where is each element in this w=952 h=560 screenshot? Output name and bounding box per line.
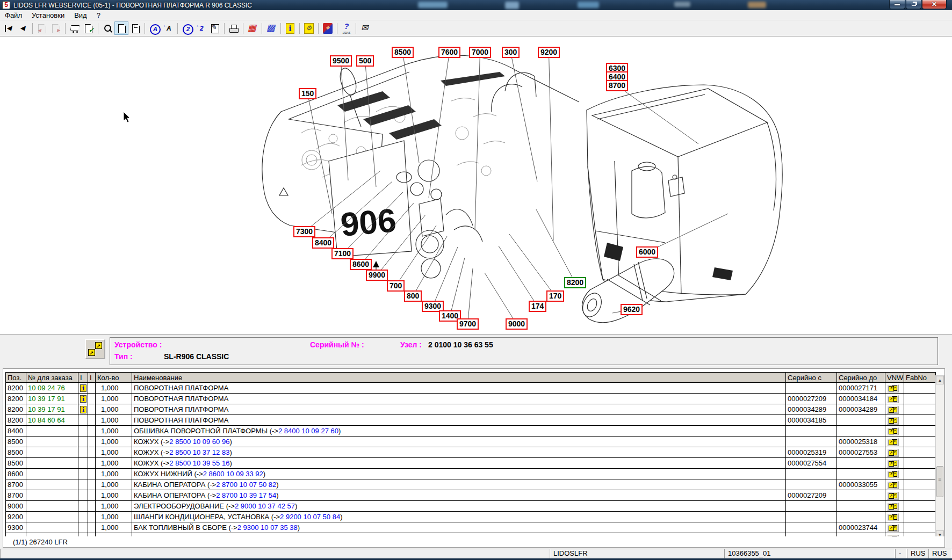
callout-700[interactable]: 700 [387,280,405,292]
vnw-cell[interactable] [885,533,904,537]
order-number-cell[interactable]: 10 84 60 64 [26,415,78,426]
scroll-down-button[interactable]: ▼ [936,530,944,536]
zoom-icon[interactable] [100,21,114,35]
vnw-button[interactable] [887,438,899,446]
vnw-cell[interactable] [885,522,904,533]
print-icon[interactable] [227,21,241,35]
table-row[interactable]: 84001,000ОБШИВКА ПОВОРОТНОЙ ПЛАТФОРМЫ (-… [6,426,936,437]
callout-8700[interactable]: 8700 [606,80,628,91]
link-jump-button[interactable]: ↗↗ [85,339,105,359]
circled-2-icon[interactable] [180,21,194,35]
two-undo-icon[interactable] [194,21,208,35]
vnw-cell[interactable] [885,501,904,512]
part-link[interactable]: 2 9200 10 07 50 84 [280,513,340,521]
part-link[interactable]: 2 8700 10 07 50 82 [216,481,276,489]
nav-first-icon[interactable] [2,21,16,35]
callout-170[interactable]: 170 [546,290,564,302]
nav-prev-icon[interactable] [16,21,30,35]
vnw-button[interactable] [887,449,899,457]
part-link[interactable]: 2 8500 10 39 55 16 [169,459,229,467]
tools-icon[interactable] [302,21,316,35]
doc-check-icon[interactable] [82,21,96,35]
vnw-button[interactable] [887,513,899,521]
callout-300[interactable]: 300 [502,47,520,58]
callout-7100[interactable]: 7100 [331,248,354,259]
callout-9700[interactable]: 9700 [457,318,479,330]
info-cell[interactable]: i [78,383,88,394]
partner-icon[interactable] [321,21,335,35]
callout-9200[interactable]: 9200 [538,47,560,58]
callout-6000[interactable]: 6000 [636,246,658,258]
vnw-button[interactable] [887,524,899,532]
part-link[interactable]: 2 8500 10 37 12 83 [169,448,229,456]
blue-grid-icon[interactable] [264,21,278,35]
table-row[interactable]: 86001,000КОЖУХ НИЖНИЙ (->2 8600 10 09 33… [6,469,936,479]
a-undo-icon[interactable] [161,21,175,35]
callout-150[interactable]: 150 [299,88,316,99]
vnw-cell[interactable] [885,512,904,522]
vertical-scrollbar[interactable]: ▲ ▼ [935,375,944,536]
callout-7600[interactable]: 7600 [438,47,460,58]
vnw-cell[interactable] [885,394,904,404]
table-row[interactable]: 92001,000ШЛАНГИ КОНДИЦИОНЕРА, УСТАНОВКА … [6,512,936,522]
vnw-button[interactable] [887,427,899,435]
part-link[interactable]: 2 9000 10 37 42 57 [235,502,295,510]
vnw-cell[interactable] [885,490,904,501]
vnw-button[interactable] [887,417,899,425]
callout-9620[interactable]: 9620 [621,304,643,315]
info-icon[interactable] [283,21,297,35]
part-link[interactable]: 2 8500 10 09 60 96 [169,438,229,446]
red-grid-icon[interactable] [246,21,259,35]
table-row[interactable]: 87001,000КАБИНА ОПЕРАТОРА (->2 8700 10 0… [6,479,936,490]
close-button[interactable]: ✕ [922,0,947,9]
vnw-cell[interactable] [885,469,904,479]
callout-174[interactable]: 174 [529,301,546,312]
circled-a-icon[interactable] [147,21,161,35]
info-cell[interactable]: i [78,404,88,415]
vnw-button[interactable] [887,406,899,414]
table-row[interactable]: 93001,000БАК ТОПЛИВНЫЙ В СБОРЕ (->2 9300… [6,522,936,533]
restore-button[interactable] [906,0,921,9]
table-row[interactable]: 820010 84 60 641,000ПОВОРОТНАЯ ПЛАТФОРМА… [6,415,936,426]
menu-item-файл[interactable]: Файл [0,10,27,20]
page-new-icon[interactable] [128,21,142,35]
callout-9000[interactable]: 9000 [506,318,528,330]
lidas-icon[interactable] [340,21,354,35]
order-number-cell[interactable]: 10 39 17 91 [26,394,78,404]
callout-9500[interactable]: 9500 [330,55,352,67]
info-button[interactable]: i [80,384,86,392]
part-link[interactable]: 2 8600 10 09 33 92 [203,470,263,478]
callout-500[interactable]: 500 [356,55,374,67]
table-row[interactable]: 85001,000КОЖУХ (->2 8500 10 39 55 16)000… [6,458,936,469]
table-row[interactable] [6,533,936,537]
vnw-cell[interactable] [885,447,904,458]
info-cell[interactable]: i [78,394,88,404]
vnw-cell[interactable] [885,479,904,490]
menu-item-вид[interactable]: Вид [69,10,92,20]
vnw-cell[interactable] [885,458,904,469]
callout-7300[interactable]: 7300 [293,226,315,237]
vnw-button[interactable] [887,460,899,468]
table-row[interactable]: 820010 39 17 91i1,000ПОВОРОТНАЯ ПЛАТФОРМ… [6,404,936,415]
mail-icon[interactable] [358,21,372,35]
table-row[interactable]: 90001,000ЭЛЕКТРООБОРУДОВАНИЕ (->2 9000 1… [6,501,936,512]
table-row[interactable]: 820010 39 17 91i1,000ПОВОРОТНАЯ ПЛАТФОРМ… [6,394,936,404]
vnw-cell[interactable] [885,404,904,415]
table-row[interactable]: 87001,000КАБИНА ОПЕРАТОРА (->2 8700 10 3… [6,490,936,501]
order-number-cell[interactable]: 10 39 17 91 [26,404,78,415]
minimize-button[interactable] [889,0,905,9]
menu-item-установки[interactable]: Установки [27,10,69,20]
vnw-button[interactable] [887,470,899,478]
page-cur-icon[interactable] [114,21,128,35]
callout-9900[interactable]: 9900 [366,270,388,281]
table-row[interactable]: 820010 09 24 76i1,000ПОВОРОТНАЯ ПЛАТФОРМ… [6,383,936,394]
part-link[interactable]: 2 9300 10 07 35 38 [237,523,298,532]
cart-icon[interactable] [68,21,82,35]
vnw-cell[interactable] [885,426,904,437]
scroll-up-button[interactable]: ▲ [936,376,944,384]
vnw-cell[interactable] [885,383,904,394]
menu-item-?[interactable]: ? [92,10,105,20]
vnw-button[interactable] [887,535,899,536]
order-number-cell[interactable]: 10 09 24 76 [26,383,78,394]
vnw-button[interactable] [887,503,899,511]
